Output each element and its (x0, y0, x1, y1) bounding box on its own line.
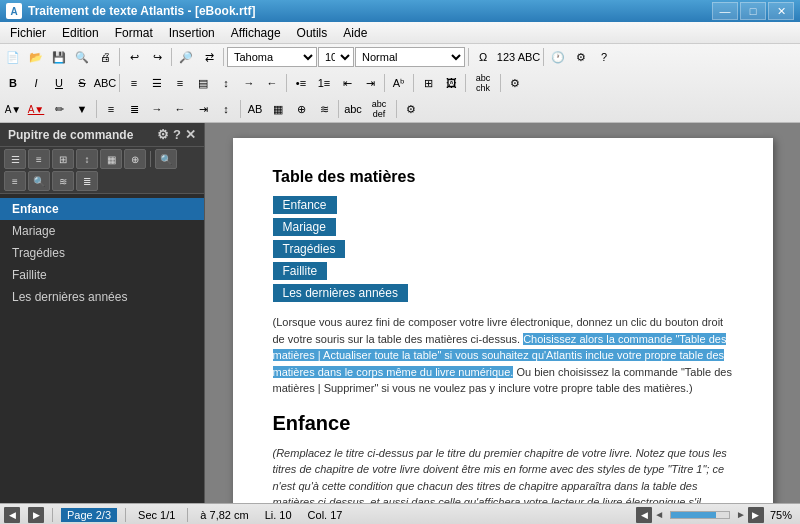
strikethrough-button[interactable]: S (71, 72, 93, 94)
open-button[interactable]: 📂 (25, 46, 47, 68)
search-button[interactable]: 🔎 (175, 46, 197, 68)
menu-edition[interactable]: Edition (54, 24, 107, 42)
print-button[interactable]: 🖨 (94, 46, 116, 68)
panel-settings-icon[interactable]: ⚙ (157, 127, 169, 142)
zoom-in-button[interactable]: ▶ (748, 507, 764, 523)
table-button[interactable]: ⊞ (417, 72, 439, 94)
decrease-indent-button[interactable]: ⇤ (336, 72, 358, 94)
indent-button[interactable]: → (238, 72, 260, 94)
nav-item-dernieres[interactable]: Les dernières années (0, 286, 204, 308)
gear2-btn[interactable]: ⚙ (400, 98, 422, 120)
special-chars-button[interactable]: Ω (472, 46, 494, 68)
save-button[interactable]: 💾 (48, 46, 70, 68)
menu-outils[interactable]: Outils (289, 24, 336, 42)
linespace-btn[interactable]: ↕ (215, 98, 237, 120)
superscript-button[interactable]: Aᵇ (388, 72, 410, 94)
marker-btn[interactable]: ▼ (71, 98, 93, 120)
next-page-button[interactable]: ▶ (28, 507, 44, 523)
panel-btn-2[interactable]: ≡ (28, 149, 50, 169)
extra2-btn[interactable]: ▦ (267, 98, 289, 120)
minimize-button[interactable]: — (712, 2, 738, 20)
prev-page-button[interactable]: ◀ (4, 507, 20, 523)
fontcolor-btn[interactable]: A▼ (25, 98, 47, 120)
panel-btn-6[interactable]: ⊕ (124, 149, 146, 169)
panel-btn-9[interactable]: 🔍 (28, 171, 50, 191)
print-preview-button[interactable]: 🔍 (71, 46, 93, 68)
list-ordered-btn[interactable]: ≣ (123, 98, 145, 120)
menu-fichier[interactable]: Fichier (2, 24, 54, 42)
panel-btn-4[interactable]: ↕ (76, 149, 98, 169)
menu-insertion[interactable]: Insertion (161, 24, 223, 42)
outdent-button[interactable]: ← (261, 72, 283, 94)
align-left-button[interactable]: ≡ (123, 72, 145, 94)
close-button[interactable]: ✕ (768, 2, 794, 20)
panel-btn-5[interactable]: ▦ (100, 149, 122, 169)
panel-btn-11[interactable]: ≣ (76, 171, 98, 191)
indent2-btn[interactable]: → (146, 98, 168, 120)
extra3-btn[interactable]: ⊕ (290, 98, 312, 120)
line-spacing-button[interactable]: ↕ (215, 72, 237, 94)
replace-button[interactable]: ⇄ (198, 46, 220, 68)
menu-aide[interactable]: Aide (335, 24, 375, 42)
numbering-button[interactable]: 1≡ (313, 72, 335, 94)
highlight-btn[interactable]: A▼ (2, 98, 24, 120)
new-button[interactable]: 📄 (2, 46, 24, 68)
panel-btn-3[interactable]: ⊞ (52, 149, 74, 169)
menu-format[interactable]: Format (107, 24, 161, 42)
font-selector[interactable]: Tahoma (227, 47, 317, 67)
size-selector[interactable]: 10 (318, 47, 354, 67)
redo-button[interactable]: ↪ (146, 46, 168, 68)
pen-btn[interactable]: ✏ (48, 98, 70, 120)
right-justify-btn[interactable]: abc (342, 98, 364, 120)
zoom-out-button[interactable]: ◀ (636, 507, 652, 523)
sec-indicator: Sec 1/1 (134, 509, 179, 521)
list-unordered-btn[interactable]: ≡ (100, 98, 122, 120)
settings-button[interactable]: ⚙ (570, 46, 592, 68)
extra1-btn[interactable]: AB (244, 98, 266, 120)
toc-section: Table des matières Enfance Mariage Tragé… (273, 168, 733, 304)
panel-btn-10[interactable]: ≋ (52, 171, 74, 191)
spellcheck-button[interactable]: abcchk (469, 72, 497, 94)
menu-affichage[interactable]: Affichage (223, 24, 289, 42)
nav-item-enfance[interactable]: Enfance (0, 198, 204, 220)
status-bar: ◀ ▶ Page 2/3 Sec 1/1 à 7,82 cm Li. 10 Co… (0, 503, 800, 524)
uppercase-button[interactable]: ABC (94, 72, 116, 94)
italic-button[interactable]: I (25, 72, 47, 94)
spell-button[interactable]: ABC (518, 46, 540, 68)
toc-item-3[interactable]: Faillite (273, 262, 328, 280)
nav-item-tragedies[interactable]: Tragédies (0, 242, 204, 264)
clock-button[interactable]: 🕐 (547, 46, 569, 68)
sep5 (543, 48, 544, 66)
image-button[interactable]: 🖼 (440, 72, 462, 94)
toc-item-1[interactable]: Mariage (273, 218, 336, 236)
maximize-button[interactable]: □ (740, 2, 766, 20)
panel-help-icon[interactable]: ? (173, 127, 181, 142)
panel-btn-7[interactable]: 🔍 (155, 149, 177, 169)
help-button[interactable]: ? (593, 46, 615, 68)
increase-indent-button[interactable]: ⇥ (359, 72, 381, 94)
panel-close-icon[interactable]: ✕ (185, 127, 196, 142)
toc-item-4[interactable]: Les dernières années (273, 284, 408, 302)
word-count-button[interactable]: 123 (495, 46, 517, 68)
toc-item-0[interactable]: Enfance (273, 196, 337, 214)
underline-button[interactable]: U (48, 72, 70, 94)
undo-button[interactable]: ↩ (123, 46, 145, 68)
style-selector[interactable]: Normal (355, 47, 465, 67)
outdent2-btn[interactable]: ← (169, 98, 191, 120)
right-style-btn[interactable]: abcdef (365, 98, 393, 120)
align-center-button[interactable]: ☰ (146, 72, 168, 94)
toolbar-row-1: 📄 📂 💾 🔍 🖨 ↩ ↪ 🔎 ⇄ Tahoma 10 Normal Ω 123… (0, 44, 800, 70)
panel-btn-1[interactable]: ☰ (4, 149, 26, 169)
toc-item-2[interactable]: Tragédies (273, 240, 346, 258)
tab-btn[interactable]: ⇥ (192, 98, 214, 120)
panel-btn-8[interactable]: ≡ (4, 171, 26, 191)
extra4-btn[interactable]: ≋ (313, 98, 335, 120)
bold-button[interactable]: B (2, 72, 24, 94)
doc-area[interactable]: Table des matières Enfance Mariage Tragé… (205, 123, 800, 503)
nav-item-mariage[interactable]: Mariage (0, 220, 204, 242)
justify-button[interactable]: ▤ (192, 72, 214, 94)
more-button[interactable]: ⚙ (504, 72, 526, 94)
nav-item-faillite[interactable]: Faillite (0, 264, 204, 286)
bullets-button[interactable]: •≡ (290, 72, 312, 94)
align-right-button[interactable]: ≡ (169, 72, 191, 94)
